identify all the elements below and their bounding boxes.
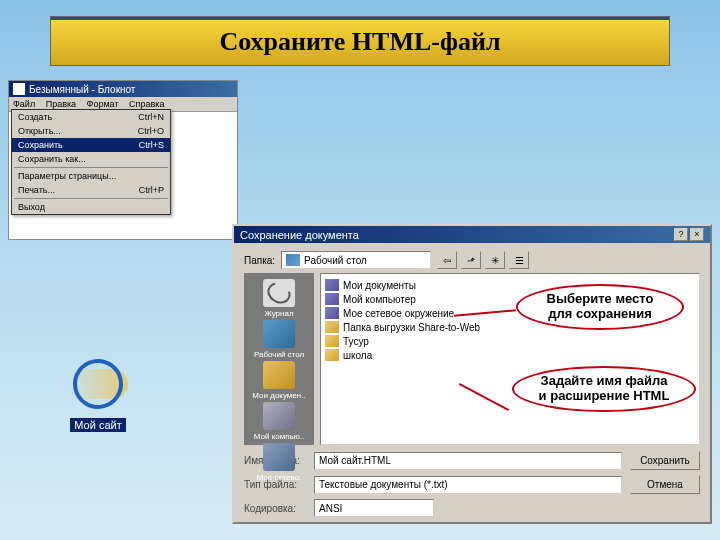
slide-title: Сохраните HTML-файл [219,27,500,57]
menu-item-save[interactable]: СохранитьCtrl+S [12,138,170,152]
computer-icon [263,402,295,430]
help-button[interactable]: ? [674,228,688,241]
folder-dropdown[interactable]: Рабочий стол [281,251,431,269]
menu-file[interactable]: Файл [13,99,35,109]
encoding-dropdown[interactable]: ANSI [314,499,434,517]
menu-edit[interactable]: Правка [46,99,76,109]
newfolder-button[interactable]: ✳ [485,251,505,269]
folder-label: Папка: [244,255,275,266]
list-item[interactable]: Тусур [325,334,695,348]
save-dialog-title: Сохранение документа [240,229,359,241]
filetype-dropdown[interactable]: Текстовые документы (*.txt) [314,476,622,494]
sidebar-mycomp[interactable]: Мой компью.. [246,402,312,441]
ie-file-icon[interactable]: Мой сайт [56,354,140,433]
callout-location: Выберите место для сохранения [516,284,684,330]
computer-icon [325,293,339,305]
menu-item-exit[interactable]: Выход [12,200,170,214]
folder-icon [263,361,295,389]
network-icon [263,443,295,471]
menu-help[interactable]: Справка [129,99,164,109]
file-menu-dropdown: СоздатьCtrl+N Открыть...Ctrl+O Сохранить… [11,109,171,215]
folder-icon [325,335,339,347]
menu-separator [14,167,168,168]
filetype-label: Тип файла: [244,479,306,490]
menu-item-print[interactable]: Печать...Ctrl+P [12,183,170,197]
slide-title-bar: Сохраните HTML-файл [50,16,670,66]
ie-file-label: Мой сайт [70,418,125,432]
desktop-icon [286,254,300,266]
sidebar-history[interactable]: Журнал [246,279,312,318]
menu-item-saveas[interactable]: Сохранить как... [12,152,170,166]
notepad-window: Безымянный - Блокнот Файл Правка Формат … [8,80,238,240]
save-button[interactable]: Сохранить [630,451,700,470]
back-button[interactable]: ⇦ [437,251,457,269]
filename-input[interactable]: Мой сайт.HTML [314,452,622,470]
up-button[interactable]: ⬏ [461,251,481,269]
history-icon [263,279,295,307]
network-icon [325,307,339,319]
sidebar-desktop[interactable]: Рабочий стол [246,320,312,359]
places-sidebar: Журнал Рабочий стол Мои докумен.. Мой ко… [244,273,314,445]
notepad-title-text: Безымянный - Блокнот [29,84,135,95]
notepad-titlebar: Безымянный - Блокнот [9,81,237,97]
menu-item-pagesetup[interactable]: Параметры страницы... [12,169,170,183]
desktop-icon [263,320,295,348]
cancel-button[interactable]: Отмена [630,475,700,494]
folder-icon [325,279,339,291]
menu-item-open[interactable]: Открыть...Ctrl+O [12,124,170,138]
list-item[interactable]: школа [325,348,695,362]
menu-item-new[interactable]: СоздатьCtrl+N [12,110,170,124]
close-button[interactable]: × [690,228,704,241]
menu-separator [14,198,168,199]
folder-icon [325,349,339,361]
ie-logo-icon [68,354,128,414]
views-button[interactable]: ☰ [509,251,529,269]
notepad-icon [13,83,25,95]
menu-format[interactable]: Формат [87,99,119,109]
save-dialog-titlebar: Сохранение документа ? × [234,226,710,243]
folder-icon [325,321,339,333]
sidebar-mydocs[interactable]: Мои докумен.. [246,361,312,400]
encoding-label: Кодировка: [244,503,306,514]
callout-filename: Задайте имя файла и расширение HTML [512,366,696,412]
